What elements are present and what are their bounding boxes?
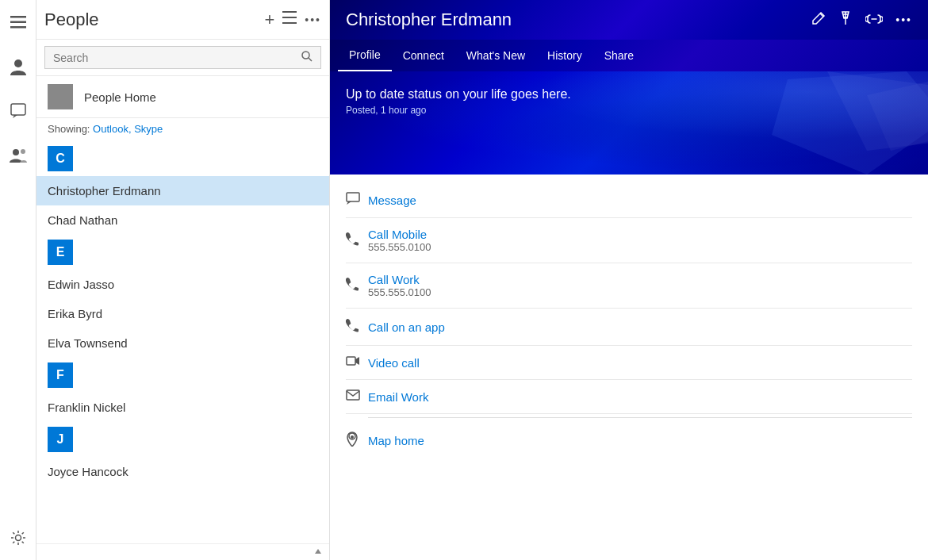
section-j: J bbox=[36, 422, 329, 457]
more-options-button[interactable]: ••• bbox=[305, 13, 321, 26]
call-mobile-number: 555.555.0100 bbox=[368, 241, 912, 253]
tab-whats-new[interactable]: What's New bbox=[455, 40, 536, 71]
showing-row: Showing: Outlook, Skype bbox=[36, 118, 329, 141]
settings-icon[interactable] bbox=[4, 524, 33, 552]
main-content: Christopher Erdmann bbox=[330, 0, 928, 560]
more-icon[interactable]: ••• bbox=[895, 13, 912, 26]
sidebar-title: People bbox=[44, 10, 256, 30]
link-icon[interactable] bbox=[865, 12, 883, 29]
search-bar bbox=[36, 40, 329, 76]
call-mobile-content: Call Mobile 555.555.0100 bbox=[368, 228, 912, 253]
svg-point-28 bbox=[351, 435, 354, 439]
list-view-button[interactable] bbox=[282, 11, 297, 28]
tab-profile[interactable]: Profile bbox=[338, 40, 392, 71]
search-icon[interactable] bbox=[301, 51, 313, 64]
profile-body: Message Call Mobile 555.555.0100 bbox=[330, 175, 928, 560]
add-contact-button[interactable]: + bbox=[264, 10, 274, 30]
edit-icon[interactable] bbox=[811, 11, 826, 29]
tab-history[interactable]: History bbox=[536, 40, 593, 71]
svg-point-7 bbox=[21, 149, 25, 154]
action-map-home[interactable]: Map home bbox=[346, 421, 912, 459]
svg-rect-22 bbox=[347, 193, 359, 201]
tab-share[interactable]: Share bbox=[593, 40, 645, 71]
call-work-number: 555.555.0100 bbox=[368, 286, 912, 298]
people-icon[interactable] bbox=[4, 141, 33, 170]
svg-rect-4 bbox=[11, 104, 25, 115]
svg-rect-26 bbox=[347, 390, 359, 400]
call-app-icon bbox=[346, 318, 368, 336]
call-work-icon bbox=[346, 277, 368, 294]
message-label: Message bbox=[368, 194, 912, 207]
person-icon[interactable] bbox=[4, 52, 33, 81]
action-call-app[interactable]: Call on an app bbox=[346, 309, 912, 346]
letter-badge-c: C bbox=[48, 146, 73, 171]
svg-rect-13 bbox=[282, 17, 285, 18]
contact-christopher-erdmann[interactable]: Christopher Erdmann bbox=[36, 176, 329, 205]
section-c: C bbox=[36, 141, 329, 176]
showing-label: Showing: bbox=[48, 123, 90, 135]
call-app-label: Call on an app bbox=[368, 320, 912, 334]
people-home-label: People Home bbox=[84, 90, 156, 104]
message-icon bbox=[346, 192, 368, 208]
sidebar: People + ••• bbox=[36, 0, 330, 560]
left-nav-strip bbox=[0, 0, 36, 560]
svg-rect-14 bbox=[282, 22, 285, 24]
letter-badge-e: E bbox=[48, 240, 73, 265]
section-e: E bbox=[36, 235, 329, 270]
chat-icon[interactable] bbox=[4, 97, 33, 125]
profile-name: Christopher Erdmann bbox=[346, 10, 811, 30]
svg-rect-1 bbox=[10, 21, 26, 24]
contact-franklin-nickel[interactable]: Franklin Nickel bbox=[36, 393, 329, 422]
svg-rect-0 bbox=[10, 16, 26, 18]
banner-posted: Posted, 1 hour ago bbox=[346, 105, 571, 116]
banner-text: Up to date status on your life goes here… bbox=[346, 87, 571, 116]
people-home-icon bbox=[48, 84, 73, 109]
divider bbox=[368, 417, 912, 418]
sidebar-header: People + ••• bbox=[36, 0, 329, 40]
contact-chad-nathan[interactable]: Chad Nathan bbox=[36, 205, 329, 235]
action-email-work[interactable]: Email Work bbox=[346, 380, 912, 414]
call-app-content: Call on an app bbox=[368, 320, 912, 334]
app-container: People + ••• bbox=[0, 0, 928, 560]
map-home-label: Map home bbox=[368, 434, 912, 447]
banner-status: Up to date status on your life goes here… bbox=[346, 87, 571, 102]
svg-point-8 bbox=[15, 535, 21, 541]
map-home-icon bbox=[346, 431, 368, 450]
people-home-item[interactable]: People Home bbox=[36, 76, 329, 118]
profile-nav: Profile Connect What's New History Share bbox=[330, 40, 928, 71]
video-call-label: Video call bbox=[368, 356, 912, 370]
svg-rect-12 bbox=[282, 11, 285, 13]
email-work-icon bbox=[346, 389, 368, 404]
message-content: Message bbox=[368, 194, 912, 207]
call-work-label: Call Work bbox=[368, 273, 912, 286]
svg-point-3 bbox=[14, 59, 22, 67]
svg-point-15 bbox=[302, 52, 309, 59]
action-message[interactable]: Message bbox=[346, 182, 912, 218]
tab-connect[interactable]: Connect bbox=[392, 40, 455, 71]
profile-header: Christopher Erdmann bbox=[330, 0, 928, 40]
contact-elva-townsend[interactable]: Elva Townsend bbox=[36, 328, 329, 358]
hamburger-icon[interactable] bbox=[4, 8, 33, 36]
email-work-content: Email Work bbox=[368, 390, 912, 404]
action-video-call[interactable]: Video call bbox=[346, 346, 912, 380]
action-call-work[interactable]: Call Work 555.555.0100 bbox=[346, 263, 912, 309]
scroll-up-arrow[interactable] bbox=[313, 547, 323, 557]
action-call-mobile[interactable]: Call Mobile 555.555.0100 bbox=[346, 218, 912, 263]
svg-rect-2 bbox=[10, 26, 26, 29]
search-input[interactable] bbox=[53, 52, 301, 64]
call-mobile-icon bbox=[346, 232, 368, 249]
contact-erika-byrd[interactable]: Erika Byrd bbox=[36, 299, 329, 328]
email-work-label: Email Work bbox=[368, 390, 912, 404]
svg-rect-24 bbox=[347, 357, 355, 365]
video-call-content: Video call bbox=[368, 356, 912, 370]
call-mobile-label: Call Mobile bbox=[368, 228, 912, 241]
contact-list: C Christopher Erdmann Chad Nathan E Edwi… bbox=[36, 141, 329, 543]
showing-sources[interactable]: Outlook, Skype bbox=[93, 123, 163, 135]
map-home-content: Map home bbox=[368, 434, 912, 447]
contact-joyce-hancock[interactable]: Joyce Hancock bbox=[36, 457, 329, 486]
profile-banner: Up to date status on your life goes here… bbox=[330, 71, 928, 175]
pin-icon[interactable] bbox=[838, 11, 853, 29]
scroll-controls bbox=[36, 543, 329, 560]
contact-edwin-jasso[interactable]: Edwin Jasso bbox=[36, 270, 329, 299]
letter-badge-f: F bbox=[48, 362, 73, 388]
